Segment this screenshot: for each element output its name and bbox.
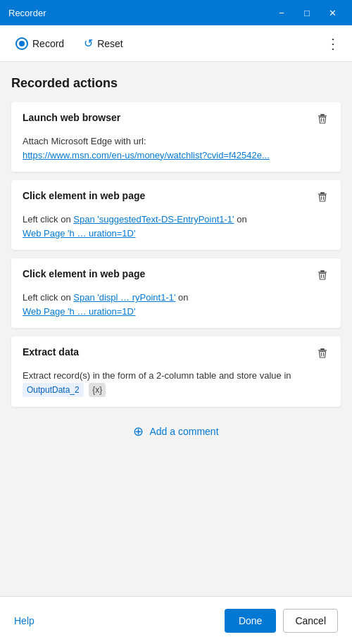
action-card-extract: Extract data Extract record(s) in the fo… <box>11 336 341 407</box>
maximize-button[interactable]: □ <box>296 2 318 23</box>
svg-rect-12 <box>320 348 325 350</box>
card-body-link-1[interactable]: https://www.msn.com/en-us/money/watchlis… <box>23 150 270 160</box>
svg-rect-5 <box>318 194 327 195</box>
action-card-click-2: Click element in web page Left click on … <box>11 258 341 328</box>
variable-tag[interactable]: OutputData_2 <box>23 383 84 397</box>
delete-action-3-icon[interactable] <box>315 268 329 285</box>
cancel-button[interactable]: Cancel <box>283 609 338 633</box>
action-card-click-1: Click element in web page Left click on … <box>11 180 341 250</box>
record-dot <box>19 41 25 46</box>
add-comment-label: Add a comment <box>149 426 218 437</box>
title-bar-left: Recorder <box>8 8 46 18</box>
record-label: Record <box>32 38 64 49</box>
record-button[interactable]: Record <box>11 34 68 53</box>
card-body-link1-2[interactable]: Span 'suggestedText-DS-EntryPoint1-1' <box>73 214 234 225</box>
card-title-2: Click element in web page <box>23 190 145 201</box>
svg-rect-9 <box>318 272 327 273</box>
toolbar: Record ↺ Reset ⋮ <box>0 25 352 62</box>
app-title: Recorder <box>8 8 46 18</box>
help-link[interactable]: Help <box>14 615 34 626</box>
card-body-prefix-3: Left click on <box>23 292 71 303</box>
svg-rect-0 <box>320 114 325 115</box>
delete-action-2-icon[interactable] <box>315 190 329 207</box>
record-indicator <box>15 37 28 50</box>
card-title-1: Launch web browser <box>23 112 120 123</box>
footer: Help Done Cancel <box>0 596 352 644</box>
card-title-3: Click element in web page <box>23 268 145 279</box>
title-bar-controls: − □ ✕ <box>270 2 344 23</box>
delete-action-1-icon[interactable] <box>315 112 329 129</box>
card-body-link1-3[interactable]: Span 'displ … ryPoint1-1' <box>73 292 175 303</box>
svg-rect-8 <box>320 270 325 272</box>
card-body-prefix-1: Attach Microsoft Edge with url: <box>23 136 146 146</box>
card-header-4: Extract data <box>23 346 329 363</box>
svg-rect-4 <box>320 192 325 194</box>
svg-rect-1 <box>318 115 327 117</box>
section-title: Recorded actions <box>11 76 341 91</box>
card-header-1: Launch web browser <box>23 112 329 129</box>
done-button[interactable]: Done <box>225 609 276 633</box>
card-body-1: Attach Microsoft Edge with url: https://… <box>23 134 329 162</box>
svg-rect-13 <box>318 350 327 351</box>
card-body-2: Left click on Span 'suggestedText-DS-Ent… <box>23 213 329 240</box>
title-bar: Recorder − □ ✕ <box>0 0 352 25</box>
card-title-4: Extract data <box>23 346 79 358</box>
card-header-2: Click element in web page <box>23 190 329 207</box>
card-body-text-4: Extract record(s) in the form of a 2-col… <box>23 370 291 381</box>
close-button[interactable]: ✕ <box>321 2 344 23</box>
more-options-icon[interactable]: ⋮ <box>326 37 341 51</box>
card-body-3: Left click on Span 'displ … ryPoint1-1' … <box>23 291 329 318</box>
card-header-3: Click element in web page <box>23 268 329 285</box>
card-body-middle-2: on <box>237 214 246 225</box>
action-card-launch-browser: Launch web browser Attach Microsoft Edge… <box>11 102 341 172</box>
add-comment-button[interactable]: ⊕ Add a comment <box>11 418 341 445</box>
toolbar-left: Record ↺ Reset <box>11 34 127 53</box>
card-body-4: Extract record(s) in the form of a 2-col… <box>23 369 329 397</box>
card-body-link2-3[interactable]: Web Page 'h … uration=1D' <box>23 306 135 317</box>
reset-icon: ↺ <box>84 37 93 50</box>
card-body-link2-2[interactable]: Web Page 'h … uration=1D' <box>23 228 135 239</box>
delete-action-4-icon[interactable] <box>315 346 329 363</box>
card-body-prefix-2: Left click on <box>23 214 71 225</box>
variable-suffix-badge: {x} <box>89 383 106 397</box>
main-content: Recorded actions Launch web browser Atta… <box>0 62 352 596</box>
footer-buttons: Done Cancel <box>225 609 338 633</box>
reset-button[interactable]: ↺ Reset <box>80 34 127 53</box>
card-body-middle-3: on <box>178 292 188 303</box>
add-comment-icon: ⊕ <box>133 424 144 439</box>
reset-label: Reset <box>97 38 123 49</box>
minimize-button[interactable]: − <box>270 2 293 23</box>
